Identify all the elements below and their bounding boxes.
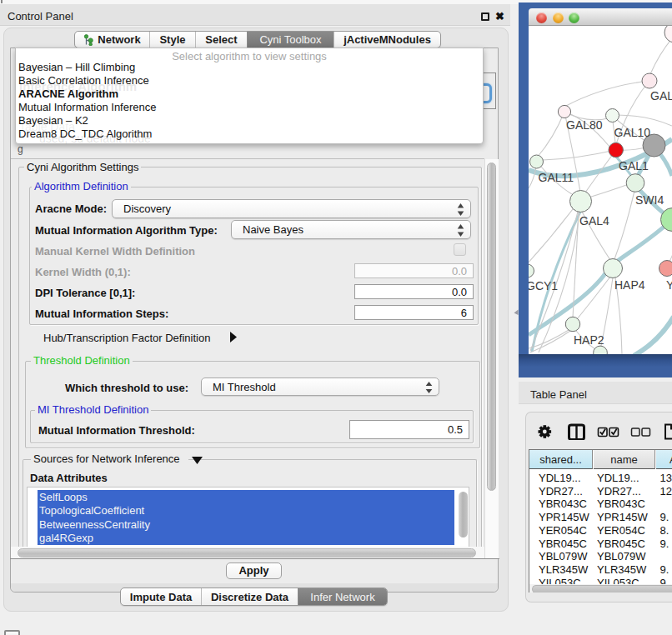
svg-text:HAP2: HAP2 <box>574 333 604 347</box>
svg-text:GCY1: GCY1 <box>529 279 558 292</box>
svg-text:HAP4: HAP4 <box>614 278 645 292</box>
svg-text:GAL4: GAL4 <box>579 214 609 228</box>
svg-text:GAL10: GAL10 <box>614 126 651 139</box>
svg-text:Y: Y <box>666 278 672 292</box>
svg-text:GAL: GAL <box>650 89 672 102</box>
svg-text:GAL1: GAL1 <box>619 159 649 172</box>
svg-text:SWI4: SWI4 <box>635 193 664 207</box>
svg-text:GAL11: GAL11 <box>539 171 574 184</box>
svg-text:GAL80: GAL80 <box>566 118 603 132</box>
